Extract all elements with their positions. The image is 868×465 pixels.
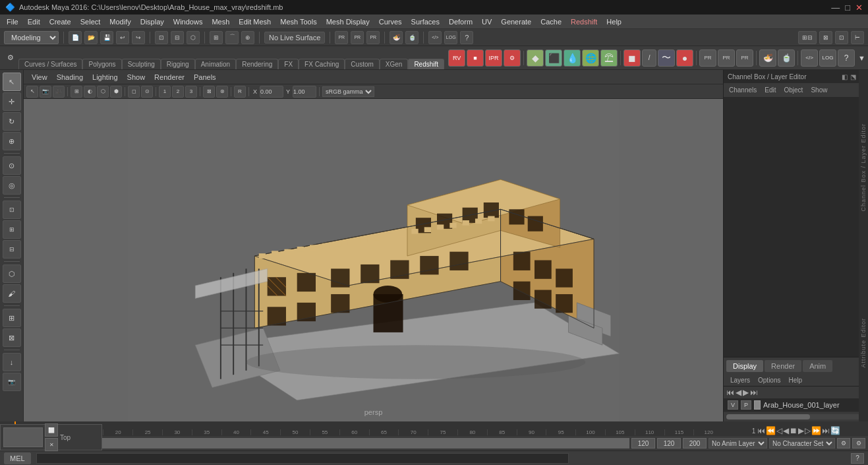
tab-display[interactable]: Display (726, 360, 763, 372)
face-select-tool[interactable]: ⊞ (3, 220, 21, 239)
right-icons-1[interactable]: ⊞⊟ (798, 31, 817, 44)
layer-arrow-next[interactable]: ▶ (743, 388, 749, 397)
shelf-icon-hemi[interactable]: 🌐 (582, 49, 599, 67)
options-menu[interactable]: Options (755, 376, 783, 385)
timeline-end-frame-input[interactable] (631, 438, 655, 449)
quick-layout-btn[interactable]: ⊞ (3, 309, 21, 327)
menu-file[interactable]: File (3, 16, 22, 27)
vp-menu-renderer[interactable]: Renderer (150, 72, 188, 82)
edit-menu[interactable]: Edit (762, 86, 778, 94)
timeline-range-end-input[interactable] (683, 438, 707, 449)
shelf-icon-box[interactable]: ⬛ (545, 49, 562, 67)
vp-uvs-icon[interactable]: ⊙ (141, 86, 153, 98)
script-log-btn[interactable]: LOG (444, 31, 457, 44)
shelf-icon-slash[interactable]: / (642, 49, 656, 67)
menu-deform[interactable]: Deform (445, 16, 477, 27)
shelf-icon-ipr[interactable]: IPR (485, 49, 502, 67)
shelf-tab-curves[interactable]: Curves / Surfaces (18, 59, 82, 69)
timeline-stop[interactable]: ⏹ (790, 426, 797, 435)
mini-close-btn[interactable]: ✕ (45, 438, 58, 451)
vp-menu-shading[interactable]: Shading (53, 72, 87, 82)
bottom-help-btn[interactable]: ? (851, 453, 864, 464)
vp-isolate-icon[interactable]: ⊠ (203, 86, 215, 98)
redo-button[interactable]: ↪ (132, 31, 145, 44)
right-icons-2[interactable]: ⊠ (819, 31, 832, 44)
vp-menu-panels[interactable]: Panels (190, 72, 220, 82)
right-icons-4[interactable]: ⊢ (851, 31, 864, 44)
vp-mesh-icon[interactable]: ⊞ (71, 86, 82, 98)
object-menu[interactable]: Object (782, 86, 806, 94)
vp-joint-icon[interactable]: ⊛ (216, 86, 228, 98)
shelf-icon-drop[interactable]: 💧 (564, 49, 581, 67)
shelf-icon-rv[interactable]: RV (448, 49, 465, 67)
menu-modify[interactable]: Modify (105, 16, 134, 27)
timeline-play-fwd[interactable]: ▶ (798, 426, 804, 435)
menu-display[interactable]: Display (136, 16, 168, 27)
layers-menu[interactable]: Layers (728, 376, 753, 385)
soft-select-tool[interactable]: ⊙ (3, 156, 21, 175)
viewport-3d[interactable]: persp (24, 99, 723, 421)
timeline-range-bar[interactable] (57, 438, 629, 449)
poly-select-tool[interactable]: ⊡ (3, 201, 21, 219)
pr-icon-btn[interactable]: PR (366, 31, 380, 44)
camera-btn[interactable]: 📷 (3, 373, 21, 391)
shelf-icon-bowl1[interactable]: 🍜 (759, 49, 776, 67)
edge-select-tool[interactable]: ⊟ (3, 240, 21, 259)
char-set-preferences-btn[interactable]: ⚙ (852, 438, 865, 449)
snap-grid-btn[interactable]: ⊞ (210, 31, 223, 44)
shelf-tab-fx[interactable]: FX (278, 59, 299, 69)
command-input[interactable] (36, 453, 569, 464)
layer-scrollbar[interactable] (724, 412, 868, 421)
timeline-next-key[interactable]: ▷ (805, 426, 811, 435)
vp-subdiv-icon[interactable]: 1 (159, 86, 171, 98)
menu-help[interactable]: Help (602, 16, 625, 27)
menu-mesh-tools[interactable]: Mesh Tools (276, 16, 320, 27)
shelf-icon-2[interactable]: ■ (467, 49, 484, 67)
shelf-icon-question[interactable]: ? (838, 49, 855, 67)
shelf-tab-xgen[interactable]: XGen (380, 59, 409, 69)
render-all-btn[interactable]: 🍵 (405, 31, 419, 44)
shelf-tab-custom[interactable]: Custom (345, 59, 379, 69)
shelf-icon-pr-render[interactable]: PR (699, 49, 716, 67)
menu-windows[interactable]: Windows (169, 16, 207, 27)
mel-cmd-btn[interactable]: </> (428, 31, 442, 44)
tab-render[interactable]: Render (765, 360, 801, 372)
menu-cache[interactable]: Cache (536, 16, 565, 27)
help-btn[interactable]: ? (460, 31, 473, 44)
cb-dock-btn[interactable]: ◧ (842, 73, 848, 80)
arrow-nav-btn[interactable]: ↓ (3, 353, 21, 371)
menu-redshift[interactable]: Redshift (567, 16, 601, 27)
vp-menu-lighting[interactable]: Lighting (88, 72, 122, 82)
maximize-button[interactable]: □ (845, 3, 850, 13)
shelf-icon-bowl2[interactable]: 🍵 (778, 49, 795, 67)
vp-wire2-icon[interactable]: ⬢ (110, 86, 122, 98)
snap-point-btn[interactable]: ⊕ (241, 31, 254, 44)
lasso-select-tool[interactable]: ◎ (3, 176, 21, 195)
minimize-button[interactable]: — (831, 3, 840, 13)
layer-color-swatch[interactable] (754, 400, 761, 410)
timeline-skip-first[interactable]: ⏮ (757, 426, 765, 435)
shelf-icon-sphere[interactable]: ◆ (527, 49, 544, 67)
menu-curves[interactable]: Curves (375, 16, 406, 27)
snap-curve-btn[interactable]: ⌒ (225, 31, 239, 44)
timeline-skip-last[interactable]: ⏭ (822, 426, 830, 435)
right-icons-3[interactable]: ⊡ (835, 31, 848, 44)
new-scene-button[interactable]: 📄 (69, 31, 82, 44)
menu-surfaces[interactable]: Surfaces (407, 16, 444, 27)
help-layer-menu[interactable]: Help (786, 376, 805, 385)
cb-float-btn[interactable]: ⬔ (850, 73, 856, 80)
vp-wire-icon[interactable]: ⬡ (97, 86, 109, 98)
layer-scroll-thumb[interactable] (726, 414, 810, 419)
timeline-range-start-input[interactable] (657, 438, 681, 449)
lasso-tool-btn[interactable]: ⊟ (171, 31, 184, 44)
vp-translate-y-input[interactable] (293, 86, 316, 98)
shelf-icon-dome[interactable]: ⛱ (600, 49, 618, 67)
channels-menu[interactable]: Channels (726, 86, 759, 94)
vp-translate-x-input[interactable] (260, 86, 283, 98)
menu-edit-mesh[interactable]: Edit Mesh (235, 16, 275, 27)
vp-shading-icon[interactable]: ◐ (84, 86, 96, 98)
shelf-tab-fxcaching[interactable]: FX Caching (299, 59, 345, 69)
rotate-tool[interactable]: ↻ (3, 112, 21, 131)
snap-to-surface-tool[interactable]: ⬡ (3, 264, 21, 283)
shelf-settings-btn[interactable]: ⚙ (3, 50, 18, 66)
